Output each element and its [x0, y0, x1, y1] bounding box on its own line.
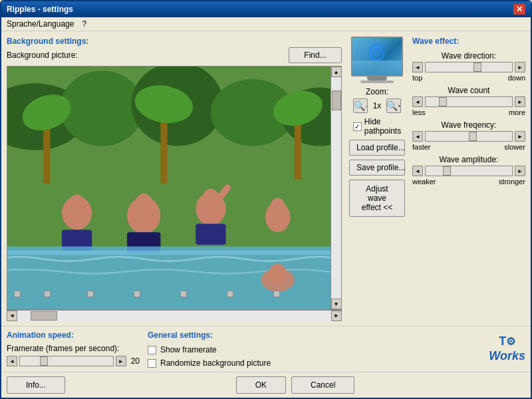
- wave-amplitude-labels: weaker stronger: [412, 178, 525, 186]
- animation-speed-section: Animation speed: Framerate (frames per s…: [7, 331, 140, 368]
- wave-frequency-label: Wave freqency:: [442, 120, 497, 130]
- footer: Info... OK Cancel: [1, 372, 531, 398]
- wave-direction-group: Wave direction: ◄ ► top down: [412, 51, 525, 82]
- hide-pathpoints-checkbox[interactable]: ✓: [353, 122, 362, 131]
- wave-count-group: Wave count ◄ ► less more: [412, 86, 525, 116]
- wave-direction-left-btn[interactable]: ◄: [412, 62, 423, 72]
- path-handle-1[interactable]: [14, 291, 21, 297]
- zoom-out-button[interactable]: 🔍-: [353, 98, 368, 113]
- randomize-checkbox[interactable]: [148, 359, 156, 368]
- logo-gear-icon: ⚙: [506, 335, 515, 348]
- speed-right-btn[interactable]: ►: [116, 356, 126, 366]
- zoom-in-button[interactable]: 🔍+: [386, 98, 401, 113]
- svg-point-13: [68, 195, 85, 215]
- randomize-label: Randomize background picture: [160, 358, 271, 368]
- wave-count-thumb[interactable]: [439, 97, 447, 106]
- window-title: Ripples - settings: [7, 5, 73, 14]
- hide-pathpoints-section: ✓ Hidepathpoints: [353, 117, 401, 136]
- svg-point-43: [269, 264, 287, 284]
- wave-count-right-btn[interactable]: ►: [515, 96, 525, 107]
- right-panel: Wave effect: Wave direction: ◄ ► top dow…: [412, 37, 525, 321]
- scroll-right-btn[interactable]: ►: [331, 311, 342, 321]
- wave-frequency-left-btn[interactable]: ◄: [412, 131, 423, 142]
- preview-wave: [352, 61, 402, 75]
- wave-frequency-right-btn[interactable]: ►: [515, 131, 525, 142]
- scrollbar-vertical[interactable]: ▲ ▼: [331, 66, 341, 309]
- cancel-button[interactable]: Cancel: [291, 376, 354, 394]
- svg-point-23: [270, 198, 285, 217]
- bg-picture-label: Background picture:: [7, 51, 78, 60]
- wave-amplitude-label: Wave amplitude:: [440, 155, 499, 164]
- wave-direction-label: Wave direction:: [442, 51, 496, 61]
- hide-pathpoints-label: Hidepathpoints: [364, 117, 401, 136]
- zoom-value: 1x: [370, 101, 384, 110]
- show-framerate-row: Show framerate: [148, 345, 438, 354]
- close-button[interactable]: ✕: [513, 4, 525, 15]
- adjust-wave-button[interactable]: Adjust waveeffect <<: [349, 180, 405, 217]
- wave-frequency-group: Wave freqency: ◄ ► faster slower: [412, 120, 525, 151]
- path-handle-6[interactable]: [227, 291, 233, 297]
- wave-direction-right-label: down: [508, 74, 525, 82]
- ok-button[interactable]: OK: [236, 376, 286, 394]
- show-framerate-checkbox[interactable]: [148, 346, 156, 354]
- menu-item-language[interactable]: Sprache/Language: [7, 19, 74, 29]
- zoom-section: Zoom: 🔍- 1x 🔍+: [353, 87, 401, 113]
- load-profile-button[interactable]: Load profile...: [349, 140, 405, 156]
- wave-frequency-right-label: slower: [504, 143, 525, 151]
- pool-scene-svg: [7, 66, 331, 309]
- menu-item-help[interactable]: ?: [82, 19, 86, 29]
- wave-direction-thumb[interactable]: [473, 63, 481, 72]
- save-profile-button[interactable]: Save profile...: [349, 160, 405, 176]
- svg-rect-20: [196, 224, 225, 245]
- wave-count-track[interactable]: [425, 96, 513, 107]
- main-content: Background settings: Background picture:…: [1, 31, 531, 326]
- zoom-controls: 🔍- 1x 🔍+: [353, 98, 401, 113]
- wave-frequency-thumb[interactable]: [469, 132, 477, 141]
- path-handle-3[interactable]: [87, 291, 94, 297]
- wave-direction-track[interactable]: [425, 62, 513, 72]
- animation-speed-label: Animation speed:: [7, 331, 140, 340]
- path-handle-4[interactable]: [134, 291, 140, 297]
- scroll-up-btn[interactable]: ▲: [331, 66, 342, 77]
- svg-point-16: [134, 194, 153, 215]
- wave-frequency-track[interactable]: [425, 131, 513, 142]
- wave-count-left-label: less: [412, 108, 426, 116]
- preview-image: 🌀: [351, 37, 403, 76]
- wave-amplitude-thumb[interactable]: [443, 166, 451, 176]
- wave-direction-right-btn[interactable]: ►: [515, 62, 525, 72]
- scroll-down-btn[interactable]: ▼: [331, 299, 342, 309]
- scroll-track-h: [17, 311, 331, 321]
- speed-slider-row: ◄ ► 20: [7, 356, 140, 366]
- speed-track[interactable]: [19, 356, 114, 366]
- speed-thumb[interactable]: [40, 356, 48, 366]
- wave-amplitude-track[interactable]: [425, 166, 513, 176]
- scrollbar-horizontal[interactable]: ◄ ►: [7, 310, 342, 321]
- path-handle-2[interactable]: [44, 291, 51, 297]
- path-handle-7[interactable]: [273, 291, 280, 297]
- scroll-track-v: [331, 77, 342, 299]
- logo-top: T⚙: [489, 334, 525, 349]
- bg-header: Background picture: Find...: [7, 47, 342, 63]
- wave-effect-label: Wave effect:: [412, 37, 525, 46]
- scroll-thumb-h[interactable]: [31, 311, 57, 321]
- general-settings-section: General settings: Show framerate Randomi…: [148, 331, 438, 368]
- scroll-left-btn[interactable]: ◄: [7, 311, 17, 321]
- middle-panel: 🌀 Zoom: 🔍- 1x 🔍+ ✓ Hide: [347, 37, 407, 321]
- image-area-wrapper: ▲ ▼: [7, 66, 342, 310]
- preview-monitor: 🌀: [351, 37, 403, 83]
- logo-area: T⚙ Works: [446, 331, 525, 368]
- wave-count-label: Wave count: [448, 86, 490, 95]
- wave-count-slider-row: ◄ ►: [412, 96, 525, 107]
- wave-direction-left-label: top: [412, 74, 422, 82]
- wave-direction-labels: top down: [412, 74, 525, 82]
- wave-count-left-btn[interactable]: ◄: [412, 96, 423, 107]
- path-handle-5[interactable]: [180, 291, 187, 297]
- scroll-thumb-v[interactable]: [332, 90, 341, 110]
- wave-amplitude-right-btn[interactable]: ►: [515, 166, 525, 176]
- svg-point-2: [60, 70, 144, 146]
- speed-left-btn[interactable]: ◄: [7, 356, 17, 366]
- find-button[interactable]: Find...: [289, 47, 342, 63]
- footer-buttons: OK Cancel: [65, 376, 525, 394]
- info-button[interactable]: Info...: [7, 376, 65, 394]
- wave-amplitude-left-btn[interactable]: ◄: [412, 166, 423, 176]
